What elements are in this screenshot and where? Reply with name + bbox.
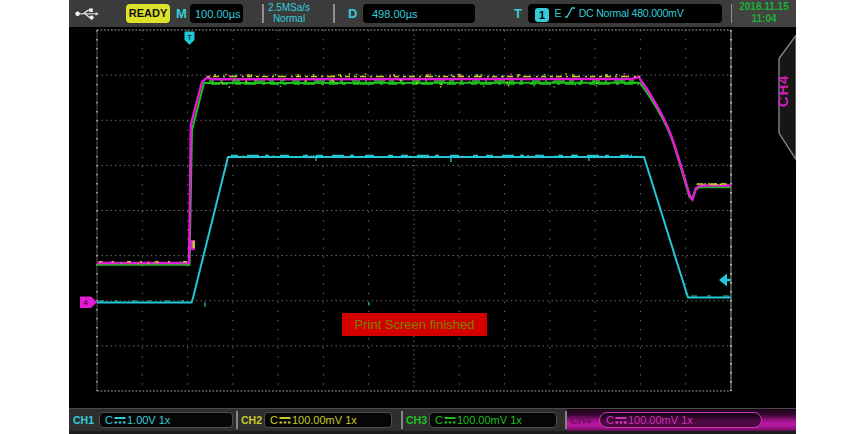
svg-text:CH4: CH4: [774, 75, 791, 107]
svg-text:T: T: [187, 33, 192, 42]
